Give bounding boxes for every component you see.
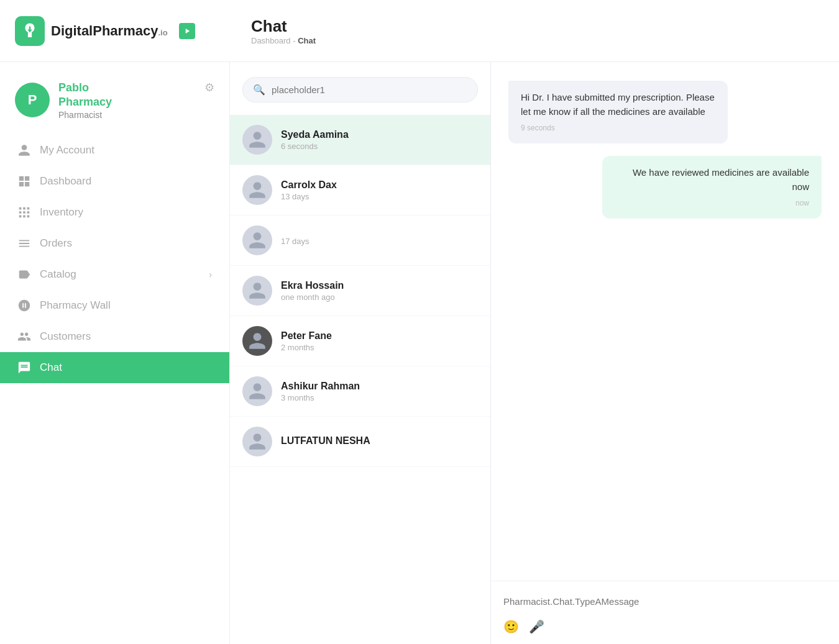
sidebar-item-catalog[interactable]: Catalog › bbox=[0, 259, 229, 290]
logo-icon bbox=[15, 16, 45, 46]
contact-time: 3 months bbox=[281, 393, 360, 402]
messages-area: Hi Dr. I have submitted my prescription.… bbox=[491, 62, 839, 581]
search-input[interactable] bbox=[272, 84, 467, 95]
chat-input-area: 🙂 🎤 bbox=[491, 581, 839, 644]
chat-search-box[interactable]: 🔍 bbox=[242, 77, 478, 102]
contact-time: 17 days bbox=[281, 237, 309, 246]
contact-time: 6 seconds bbox=[281, 142, 349, 151]
contact-time: 13 days bbox=[281, 192, 337, 201]
chat-icon bbox=[17, 361, 31, 374]
wall-icon bbox=[17, 299, 31, 312]
settings-button[interactable]: ⚙ bbox=[204, 81, 214, 94]
chat-info: Ekra Hossain one month ago bbox=[281, 280, 344, 302]
contact-name: Carrolx Dax bbox=[281, 179, 337, 191]
customers-icon bbox=[17, 330, 31, 343]
message-bubble-sent: We have reviewed medicines are available… bbox=[602, 156, 822, 219]
avatar bbox=[242, 427, 272, 456]
page-title-area: Chat Dashboard - Chat bbox=[245, 17, 316, 45]
list-item[interactable]: Ekra Hossain one month ago bbox=[230, 266, 490, 316]
message-time: 9 seconds bbox=[521, 122, 715, 134]
breadcrumb: Dashboard - Chat bbox=[251, 36, 316, 45]
list-item[interactable]: Ashikur Rahman 3 months bbox=[230, 366, 490, 417]
avatar bbox=[242, 225, 272, 255]
chat-info: Peter Fane 2 months bbox=[281, 330, 332, 352]
sidebar-item-label-my-account: My Account bbox=[40, 144, 212, 156]
page-title: Chat bbox=[251, 17, 316, 36]
chat-list: Syeda Aamina 6 seconds Carrolx Dax 13 da… bbox=[230, 115, 490, 644]
sidebar-item-label-inventory: Inventory bbox=[40, 206, 212, 219]
list-item[interactable]: 17 days bbox=[230, 215, 490, 266]
avatar bbox=[242, 276, 272, 306]
avatar bbox=[242, 175, 272, 205]
chat-actions: 🙂 🎤 bbox=[503, 619, 827, 634]
chat-info: Ashikur Rahman 3 months bbox=[281, 381, 360, 402]
grid-icon bbox=[17, 175, 31, 188]
chat-list-panel: 🔍 Syeda Aamina 6 seconds bbox=[230, 62, 491, 644]
list-item[interactable]: Peter Fane 2 months bbox=[230, 316, 490, 366]
content-area: 🔍 Syeda Aamina 6 seconds bbox=[230, 62, 839, 644]
breadcrumb-root[interactable]: Dashboard bbox=[251, 36, 291, 45]
chat-info: LUTFATUN NESHA bbox=[281, 435, 370, 448]
breadcrumb-current: Chat bbox=[298, 36, 316, 45]
sidebar: P Pablo Pharmacy Pharmacist ⚙ My Account bbox=[0, 62, 230, 644]
message-input[interactable] bbox=[503, 591, 827, 612]
logo-name: DigitalPharmacy bbox=[51, 23, 158, 39]
message-text: We have reviewed medicines are available… bbox=[633, 167, 809, 192]
avatar bbox=[242, 125, 272, 155]
contact-name: LUTFATUN NESHA bbox=[281, 435, 370, 447]
contact-name: Peter Fane bbox=[281, 330, 332, 342]
chat-info: Syeda Aamina 6 seconds bbox=[281, 129, 349, 151]
contact-name: Ashikur Rahman bbox=[281, 381, 360, 392]
inventory-icon bbox=[17, 206, 31, 219]
contact-name: Syeda Aamina bbox=[281, 129, 349, 140]
list-item[interactable]: LUTFATUN NESHA bbox=[230, 417, 490, 467]
user-section: P Pablo Pharmacy Pharmacist ⚙ bbox=[0, 75, 229, 135]
sidebar-item-label-customers: Customers bbox=[40, 330, 212, 343]
message-bubble-received: Hi Dr. I have submitted my prescription.… bbox=[508, 81, 728, 143]
logo-suffix: .io bbox=[158, 28, 167, 37]
user-info: Pablo Pharmacy Pharmacist bbox=[58, 81, 112, 120]
person-icon bbox=[17, 143, 31, 157]
chat-info: Carrolx Dax 13 days bbox=[281, 179, 337, 201]
sidebar-item-pharmacy-wall[interactable]: Pharmacy Wall bbox=[0, 290, 229, 321]
sidebar-item-inventory[interactable]: Inventory bbox=[0, 197, 229, 228]
contact-name: Ekra Hossain bbox=[281, 280, 344, 291]
avatar bbox=[242, 326, 272, 356]
top-header: DigitalPharmacy.io Chat Dashboard - Chat bbox=[0, 0, 839, 62]
sidebar-item-dashboard[interactable]: Dashboard bbox=[0, 166, 229, 197]
avatar bbox=[242, 376, 272, 406]
sidebar-item-my-account[interactable]: My Account bbox=[0, 135, 229, 166]
breadcrumb-separator: - bbox=[293, 36, 298, 45]
sidebar-item-orders[interactable]: Orders bbox=[0, 228, 229, 259]
contact-time: one month ago bbox=[281, 293, 344, 302]
expand-button[interactable] bbox=[179, 23, 195, 39]
search-icon: 🔍 bbox=[253, 84, 265, 96]
avatar: P bbox=[15, 83, 50, 117]
logo-text: DigitalPharmacy.io bbox=[51, 23, 168, 39]
chat-info: 17 days bbox=[281, 235, 309, 246]
chat-window: Hi Dr. I have submitted my prescription.… bbox=[491, 62, 839, 644]
catalog-icon bbox=[17, 268, 31, 281]
nav-menu: My Account Dashboard Inventory bbox=[0, 135, 229, 644]
logo-area: DigitalPharmacy.io bbox=[15, 16, 245, 46]
orders-icon bbox=[17, 237, 31, 250]
message-text: Hi Dr. I have submitted my prescription.… bbox=[521, 92, 715, 117]
main-content: P Pablo Pharmacy Pharmacist ⚙ My Account bbox=[0, 62, 839, 644]
sidebar-item-label-catalog: Catalog bbox=[40, 268, 200, 281]
list-item[interactable]: Carrolx Dax 13 days bbox=[230, 165, 490, 215]
sidebar-item-chat[interactable]: Chat bbox=[0, 352, 229, 383]
message-time: now bbox=[615, 197, 809, 209]
user-role: Pharmacist bbox=[58, 110, 112, 120]
sidebar-item-label-orders: Orders bbox=[40, 237, 212, 250]
chevron-right-icon: › bbox=[209, 270, 212, 279]
contact-time: 2 months bbox=[281, 343, 332, 352]
user-name: Pablo Pharmacy bbox=[58, 81, 112, 110]
sidebar-item-label-pharmacy-wall: Pharmacy Wall bbox=[40, 299, 212, 312]
sidebar-item-label-dashboard: Dashboard bbox=[40, 175, 212, 188]
attachment-button[interactable]: 🎤 bbox=[529, 619, 544, 634]
sidebar-item-label-chat: Chat bbox=[40, 361, 212, 374]
emoji-button[interactable]: 🙂 bbox=[503, 619, 519, 634]
sidebar-item-customers[interactable]: Customers bbox=[0, 321, 229, 352]
list-item[interactable]: Syeda Aamina 6 seconds bbox=[230, 115, 490, 165]
